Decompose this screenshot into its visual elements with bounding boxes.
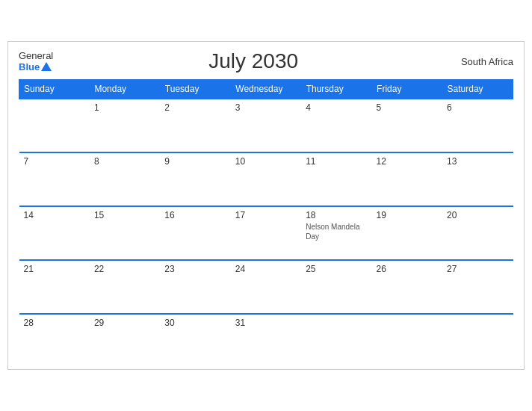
calendar-day-cell: 30: [160, 314, 230, 359]
calendar-title: July 2030: [53, 49, 454, 73]
calendar-week-row: 1415161718Nelson Mandela Day1920: [19, 206, 513, 260]
day-number: 5: [377, 102, 438, 113]
calendar-day-cell: 10: [231, 152, 301, 206]
day-number: 30: [164, 318, 226, 328]
calendar-day-cell: 4: [301, 99, 371, 152]
calendar-day-cell: 12: [372, 152, 442, 206]
header-tuesday: Tuesday: [160, 80, 230, 99]
calendar-day-cell: 24: [231, 260, 301, 314]
calendar-day-cell: [372, 314, 442, 359]
calendar-day-cell: 16: [160, 206, 230, 260]
calendar-day-cell: 2: [160, 99, 230, 152]
calendar-day-cell: 23: [160, 260, 230, 314]
weekday-header-row: Sunday Monday Tuesday Wednesday Thursday…: [19, 80, 513, 99]
calendar-day-cell: 19: [372, 206, 442, 260]
day-number: 18: [306, 210, 367, 220]
calendar-day-cell: 31: [231, 314, 301, 359]
header-monday: Monday: [90, 80, 160, 99]
day-number: 31: [235, 318, 297, 328]
calendar-week-row: 21222324252627: [19, 260, 513, 314]
calendar-day-cell: [19, 99, 90, 152]
day-number: 20: [447, 210, 508, 220]
day-number: 11: [306, 156, 367, 167]
day-number: 23: [164, 264, 226, 274]
day-number: 8: [94, 156, 155, 167]
calendar-day-cell: 6: [442, 99, 513, 152]
logo: General Blue: [19, 50, 53, 72]
calendar-day-cell: 3: [231, 99, 301, 152]
header-wednesday: Wednesday: [231, 80, 301, 99]
day-number: 26: [377, 264, 438, 274]
day-number: 13: [447, 156, 508, 167]
day-number: 9: [164, 156, 226, 167]
calendar-day-cell: 11: [301, 152, 371, 206]
day-number: 22: [94, 264, 155, 274]
header-sunday: Sunday: [19, 80, 90, 99]
calendar-day-cell: 26: [372, 260, 442, 314]
header-thursday: Thursday: [301, 80, 371, 99]
calendar-header: General Blue July 2030 South Africa: [19, 49, 513, 73]
logo-blue-text: Blue: [19, 61, 40, 72]
event-label: Nelson Mandela Day: [306, 222, 367, 241]
logo-triangle-icon: [41, 62, 52, 71]
calendar-day-cell: 9: [160, 152, 230, 206]
calendar-day-cell: [301, 314, 371, 359]
logo-general-text: General: [19, 50, 53, 61]
calendar-day-cell: 7: [19, 152, 90, 206]
calendar-day-cell: 1: [90, 99, 160, 152]
calendar-week-row: 123456: [19, 99, 513, 152]
calendar-day-cell: 5: [372, 99, 442, 152]
calendar-day-cell: 13: [442, 152, 513, 206]
day-number: 27: [447, 264, 508, 274]
calendar-container: General Blue July 2030 South Africa Sund…: [7, 41, 525, 370]
header-friday: Friday: [372, 80, 442, 99]
day-number: 21: [24, 264, 85, 274]
day-number: 14: [24, 210, 85, 220]
calendar-day-cell: 8: [90, 152, 160, 206]
day-number: 7: [24, 156, 85, 167]
day-number: 15: [94, 210, 155, 220]
calendar-day-cell: 21: [19, 260, 90, 314]
calendar-week-row: 78910111213: [19, 152, 513, 206]
calendar-day-cell: 28: [19, 314, 90, 359]
calendar-day-cell: 20: [442, 206, 513, 260]
calendar-day-cell: [442, 314, 513, 359]
day-number: 25: [306, 264, 367, 274]
day-number: 24: [235, 264, 297, 274]
day-number: 1: [94, 102, 155, 113]
day-number: 12: [377, 156, 438, 167]
calendar-day-cell: 27: [442, 260, 513, 314]
day-number: 19: [377, 210, 438, 220]
header-saturday: Saturday: [442, 80, 513, 99]
day-number: 4: [306, 102, 367, 113]
day-number: 17: [235, 210, 297, 220]
day-number: 28: [24, 318, 85, 328]
calendar-day-cell: 22: [90, 260, 160, 314]
day-number: 2: [164, 102, 226, 113]
calendar-grid: Sunday Monday Tuesday Wednesday Thursday…: [19, 79, 513, 359]
calendar-day-cell: 17: [231, 206, 301, 260]
calendar-day-cell: 25: [301, 260, 371, 314]
day-number: 6: [447, 102, 508, 113]
calendar-week-row: 28293031: [19, 314, 513, 359]
day-number: 29: [94, 318, 155, 328]
calendar-day-cell: 14: [19, 206, 90, 260]
calendar-day-cell: 18Nelson Mandela Day: [301, 206, 371, 260]
day-number: 10: [235, 156, 297, 167]
day-number: 16: [164, 210, 226, 220]
calendar-country: South Africa: [454, 56, 513, 67]
day-number: 3: [235, 102, 297, 113]
calendar-day-cell: 29: [90, 314, 160, 359]
calendar-day-cell: 15: [90, 206, 160, 260]
